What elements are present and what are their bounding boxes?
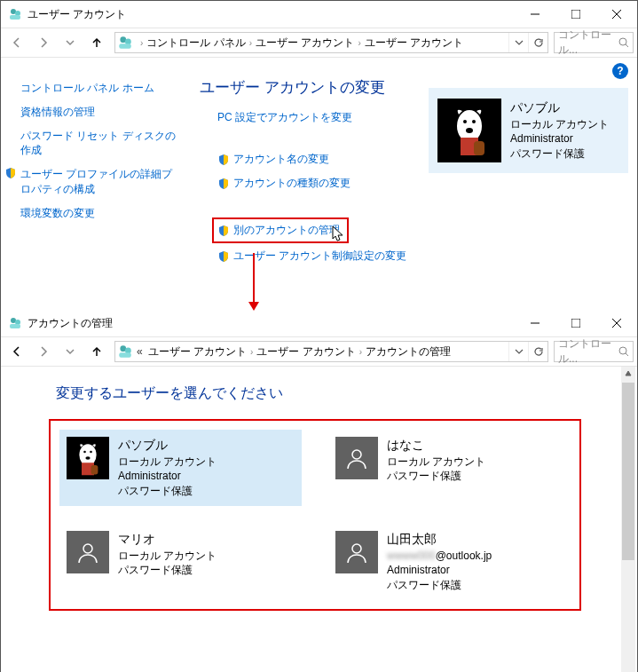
recent-dropdown[interactable] bbox=[58, 340, 83, 363]
cursor-icon bbox=[331, 225, 345, 242]
breadcrumb-item[interactable]: ユーザー アカウント bbox=[365, 36, 463, 51]
window-user-accounts: ユーザー アカウント › コントロール パネル › ユーザー アカウント › ユ… bbox=[1, 1, 637, 297]
minimize-button[interactable] bbox=[515, 310, 555, 336]
nav-toolbar: « ユーザー アカウント › ユーザー アカウント › アカウントの管理 コント… bbox=[1, 336, 637, 367]
account-item[interactable]: 山田太郎wwww000@outlook.jpAdministratorパスワード… bbox=[328, 524, 571, 600]
breadcrumb-item[interactable]: アカウントの管理 bbox=[366, 344, 451, 360]
main-content: 変更するユーザーを選んでください パソブルローカル アカウントAdministr… bbox=[1, 367, 637, 672]
user-accounts-icon bbox=[117, 35, 133, 51]
user-pw: パスワード保護 bbox=[510, 146, 609, 162]
minimize-button[interactable] bbox=[515, 1, 555, 28]
window-title: アカウントの管理 bbox=[28, 316, 515, 331]
search-input[interactable]: コントロール... bbox=[554, 32, 634, 53]
user-role: Administrator bbox=[510, 131, 609, 146]
breadcrumb-item[interactable]: コントロール パネル bbox=[146, 36, 245, 51]
up-button[interactable] bbox=[84, 31, 109, 54]
refresh-button[interactable] bbox=[528, 342, 547, 361]
main-content: ユーザー アカウントの変更 PC 設定でアカウントを変更 アカウント名の変更 ア… bbox=[187, 65, 637, 280]
breadcrumb-overflow[interactable]: « bbox=[137, 345, 143, 358]
back-button[interactable] bbox=[4, 340, 29, 363]
close-button[interactable] bbox=[596, 1, 637, 28]
svg-point-34 bbox=[90, 451, 92, 454]
account-item[interactable]: はなこローカル アカウントパスワード保護 bbox=[328, 430, 571, 506]
svg-point-11 bbox=[619, 38, 626, 45]
link-password-reset-disk[interactable]: パスワード リセット ディスクの作成 bbox=[20, 129, 180, 159]
maximize-button[interactable] bbox=[555, 310, 596, 336]
current-user-card: パソブル ローカル アカウント Administrator パスワード保護 bbox=[429, 88, 628, 173]
scroll-up-button[interactable] bbox=[621, 367, 635, 381]
account-name: 山田太郎 bbox=[387, 531, 492, 549]
window-title: ユーザー アカウント bbox=[28, 7, 515, 22]
link-credentials[interactable]: 資格情報の管理 bbox=[20, 105, 180, 120]
svg-point-32 bbox=[79, 444, 96, 466]
account-item[interactable]: パソブルローカル アカウントAdministratorパスワード保護 bbox=[59, 430, 302, 506]
link-change-account-type[interactable]: アカウントの種類の変更 bbox=[217, 176, 625, 191]
address-dropdown[interactable] bbox=[508, 342, 528, 361]
user-name: パソブル bbox=[510, 99, 609, 117]
shield-icon bbox=[217, 154, 230, 166]
account-name: マリオ bbox=[118, 531, 217, 549]
user-accounts-icon bbox=[8, 316, 22, 330]
svg-point-40 bbox=[352, 544, 361, 553]
svg-rect-10 bbox=[119, 43, 131, 49]
svg-point-38 bbox=[352, 450, 361, 459]
svg-rect-23 bbox=[571, 319, 580, 328]
forward-button[interactable] bbox=[31, 340, 56, 363]
up-button[interactable] bbox=[84, 340, 109, 363]
scrollbar[interactable] bbox=[621, 367, 635, 672]
svg-rect-2 bbox=[10, 15, 20, 20]
svg-point-16 bbox=[466, 128, 473, 133]
shield-icon bbox=[217, 250, 230, 263]
scroll-thumb[interactable] bbox=[622, 383, 634, 560]
window-manage-accounts: アカウントの管理 « ユーザー アカウント › ユーザー アカウント › アカウ… bbox=[1, 310, 637, 672]
account-detail: ローカル アカウント bbox=[387, 455, 485, 470]
titlebar: ユーザー アカウント bbox=[1, 1, 637, 28]
svg-rect-18 bbox=[474, 141, 484, 155]
user-accounts-icon bbox=[117, 344, 133, 360]
annotation-arrow bbox=[253, 253, 255, 306]
svg-point-30 bbox=[619, 347, 626, 354]
maximize-button[interactable] bbox=[555, 1, 596, 28]
svg-line-31 bbox=[626, 353, 628, 356]
svg-point-35 bbox=[85, 456, 90, 460]
link-manage-other-account[interactable]: 別のアカウントの管理 bbox=[216, 221, 345, 240]
svg-rect-29 bbox=[119, 352, 131, 358]
account-name: はなこ bbox=[387, 437, 485, 455]
recent-dropdown[interactable] bbox=[58, 31, 83, 54]
shield-icon bbox=[217, 225, 230, 237]
page-heading: 変更するユーザーを選んでください bbox=[56, 384, 619, 403]
svg-rect-37 bbox=[91, 465, 98, 475]
close-button[interactable] bbox=[596, 310, 637, 336]
link-env-vars[interactable]: 環境変数の変更 bbox=[20, 206, 180, 221]
account-detail: ローカル アカウント bbox=[118, 549, 217, 564]
link-user-profile-props[interactable]: ユーザー プロファイルの詳細プロパティの構成 bbox=[4, 167, 180, 197]
link-uac-settings[interactable]: ユーザー アカウント制御設定の変更 bbox=[217, 249, 625, 264]
left-nav: コントロール パネル ホーム 資格情報の管理 パスワード リセット ディスクの作… bbox=[1, 65, 187, 280]
account-detail: wwww000@outlook.jp bbox=[387, 549, 492, 564]
avatar bbox=[437, 99, 501, 162]
svg-rect-21 bbox=[10, 324, 20, 328]
account-detail: パスワード保護 bbox=[387, 469, 485, 484]
search-icon bbox=[618, 346, 629, 357]
shield-icon bbox=[4, 167, 17, 179]
address-dropdown[interactable] bbox=[508, 33, 528, 52]
search-input[interactable]: コントロール... bbox=[554, 341, 634, 362]
help-icon[interactable]: ? bbox=[612, 63, 628, 79]
account-item[interactable]: マリオローカル アカウントパスワード保護 bbox=[59, 524, 302, 600]
user-accounts-icon bbox=[8, 7, 22, 21]
account-name: パソブル bbox=[118, 437, 217, 455]
account-detail: Administrator bbox=[118, 469, 217, 484]
forward-button[interactable] bbox=[31, 31, 56, 54]
search-icon bbox=[618, 37, 629, 48]
breadcrumb-item[interactable]: ユーザー アカウント bbox=[256, 344, 355, 360]
breadcrumb-item[interactable]: ユーザー アカウント bbox=[148, 344, 247, 360]
refresh-button[interactable] bbox=[528, 33, 547, 52]
breadcrumb-item[interactable]: ユーザー アカウント bbox=[256, 36, 354, 51]
back-button[interactable] bbox=[4, 31, 29, 54]
address-bar[interactable]: › コントロール パネル › ユーザー アカウント › ユーザー アカウント bbox=[114, 32, 548, 53]
address-bar[interactable]: « ユーザー アカウント › ユーザー アカウント › アカウントの管理 bbox=[114, 341, 548, 362]
svg-point-15 bbox=[472, 120, 476, 123]
link-control-panel-home[interactable]: コントロール パネル ホーム bbox=[20, 81, 180, 96]
svg-point-39 bbox=[83, 544, 92, 553]
account-detail: パスワード保護 bbox=[118, 484, 217, 499]
